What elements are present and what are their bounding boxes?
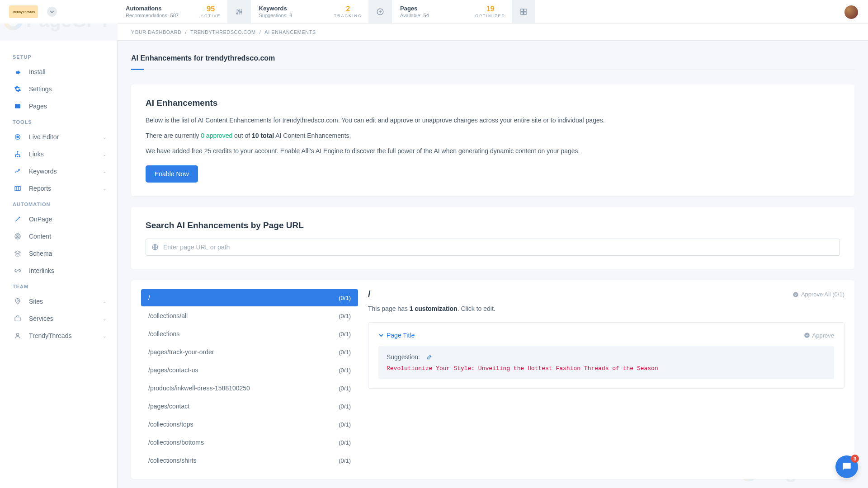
- gear-icon: [13, 85, 23, 93]
- svg-rect-11: [17, 151, 19, 152]
- url-item[interactable]: /products/inkwell-dress-1588100250(0/1): [141, 380, 358, 397]
- svg-rect-19: [15, 317, 20, 321]
- svg-point-2: [241, 11, 242, 13]
- svg-rect-5: [524, 9, 526, 11]
- url-item[interactable]: /collections/shirts(0/1): [141, 452, 358, 469]
- svg-rect-4: [521, 9, 523, 11]
- enable-now-button[interactable]: Enable Now: [146, 165, 198, 183]
- fingerprint-icon: [13, 232, 23, 240]
- approve-button[interactable]: Approve: [804, 332, 834, 339]
- sidebar-item-sites[interactable]: Sites ⌄: [0, 293, 117, 310]
- sidebar-item-trendy[interactable]: TrendyThreads ⌄: [0, 327, 117, 344]
- pin-icon: [13, 297, 23, 305]
- url-item[interactable]: /collections/tops(0/1): [141, 416, 358, 433]
- suggestion-text: Revolutionize Your Style: Unveiling the …: [387, 365, 826, 372]
- sidebar-item-reports[interactable]: Reports ⌄: [0, 180, 117, 197]
- svg-rect-14: [19, 156, 20, 157]
- svg-rect-7: [524, 12, 526, 14]
- sidebar-item-interlinks[interactable]: Interlinks: [0, 262, 117, 279]
- url-item[interactable]: /collections/all(0/1): [141, 307, 358, 324]
- user-icon: [13, 332, 23, 340]
- chevron-down-icon: ⌄: [103, 152, 106, 157]
- svg-rect-13: [17, 156, 19, 157]
- url-item[interactable]: /pages/contact(0/1): [141, 398, 358, 415]
- svg-rect-12: [15, 156, 16, 157]
- sidebar-item-keywords[interactable]: Keywords ⌄: [0, 163, 117, 180]
- keywords-add-icon[interactable]: [368, 0, 392, 23]
- svg-point-20: [16, 333, 19, 336]
- intro-credits: We have added free 25 credits to your ac…: [146, 146, 840, 157]
- chevron-down-icon: ⌄: [103, 186, 106, 191]
- approve-all-button[interactable]: Approve All (0/1): [793, 291, 844, 298]
- chevron-down-icon: ⌄: [103, 135, 106, 140]
- url-item[interactable]: /collections(0/1): [141, 325, 358, 343]
- sidebar-item-schema[interactable]: Schema: [0, 245, 117, 262]
- enhancements-card: /(0/1) /collections/all(0/1) /collection…: [131, 280, 854, 479]
- chevron-down-icon: ⌄: [103, 169, 106, 174]
- svg-point-23: [804, 333, 810, 338]
- breadcrumb-current: AI ENHANCEMENTS: [264, 29, 316, 35]
- sidebar-item-onpage[interactable]: OnPage: [0, 211, 117, 228]
- edit-icon[interactable]: [426, 354, 433, 360]
- svg-point-22: [793, 292, 798, 297]
- sidebar-item-settings[interactable]: Settings: [0, 80, 117, 98]
- sidebar-section-tools: TOOLS: [0, 115, 117, 128]
- stat-pages[interactable]: Pages Available:54: [392, 0, 469, 23]
- site-logo[interactable]: TrendyThreads: [9, 5, 38, 18]
- search-card: Search AI Enhancements by Page URL: [131, 207, 854, 269]
- pages-grid-icon[interactable]: [512, 0, 535, 23]
- briefcase-icon: [13, 314, 23, 323]
- sitemap-icon: [13, 150, 23, 158]
- sidebar-item-services[interactable]: Services ⌄: [0, 310, 117, 327]
- layers-icon: [13, 249, 23, 258]
- stat-keywords[interactable]: Keywords Suggestions:8: [251, 0, 328, 23]
- breadcrumb-dashboard[interactable]: YOUR DASHBOARD: [131, 29, 182, 35]
- svg-point-18: [17, 300, 18, 301]
- url-search-input[interactable]: [163, 244, 834, 251]
- chevron-down-icon: ⌄: [103, 333, 106, 338]
- search-heading: Search AI Enhancements by Page URL: [146, 221, 840, 230]
- detail-path: /: [368, 289, 371, 300]
- user-avatar[interactable]: [844, 5, 858, 19]
- stat-automations[interactable]: Automations Recommendations:587: [118, 0, 194, 23]
- intro-heading: AI Enhancements: [146, 98, 840, 108]
- intro-desc: Below is the list of AI Content Enhancem…: [146, 115, 840, 126]
- stat-pages-count: 19 OPTIMIZED: [469, 0, 512, 23]
- wand-icon: [13, 215, 23, 223]
- site-switcher[interactable]: [47, 7, 57, 17]
- sidebar-item-links[interactable]: Links ⌄: [0, 145, 117, 163]
- sidebar-item-pages[interactable]: Pages: [0, 98, 117, 115]
- breadcrumb: YOUR DASHBOARD / TRENDYTHREDSCO.COM / AI…: [118, 23, 868, 41]
- target-icon: [13, 133, 23, 141]
- sidebar-section-setup: SETUP: [0, 50, 117, 63]
- svg-rect-6: [521, 12, 523, 14]
- sidebar-section-team: TEAM: [0, 279, 117, 293]
- pages-icon: [13, 102, 23, 110]
- enhancement-toggle[interactable]: Page Title: [378, 332, 415, 339]
- intro-stats: There are currently 0 approved out of 10…: [146, 131, 840, 141]
- url-item[interactable]: /pages/track-your-order(0/1): [141, 343, 358, 361]
- svg-point-17: [17, 236, 18, 236]
- chat-button[interactable]: 3: [835, 455, 858, 478]
- map-icon: [13, 184, 23, 192]
- sidebar-item-content[interactable]: Content: [0, 228, 117, 245]
- breadcrumb-site[interactable]: TRENDYTHREDSCO.COM: [190, 29, 256, 35]
- sidebar-section-automation: AUTOMATION: [0, 197, 117, 211]
- chart-icon: [13, 167, 23, 175]
- svg-point-0: [236, 13, 238, 14]
- chevron-down-icon: ⌄: [103, 316, 106, 321]
- url-list: /(0/1) /collections/all(0/1) /collection…: [141, 289, 358, 470]
- svg-point-10: [17, 136, 19, 138]
- suggestion-label: Suggestion:: [387, 353, 420, 361]
- chevron-down-icon: ⌄: [103, 299, 106, 304]
- url-item[interactable]: /collections/bottoms(0/1): [141, 434, 358, 451]
- sidebar-item-install[interactable]: Install: [0, 63, 117, 80]
- svg-point-1: [238, 10, 240, 11]
- detail-desc: This page has 1 customization. Click to …: [368, 305, 844, 312]
- automations-settings-icon[interactable]: [227, 0, 251, 23]
- url-item[interactable]: /pages/contact-us(0/1): [141, 361, 358, 379]
- intro-card: AI Enhancements Below is the list of AI …: [131, 84, 854, 196]
- url-item[interactable]: /(0/1): [141, 289, 358, 306]
- stat-automations-count: 95 ACTIVE: [194, 0, 227, 23]
- sidebar-item-live-editor[interactable]: Live Editor ⌄: [0, 128, 117, 145]
